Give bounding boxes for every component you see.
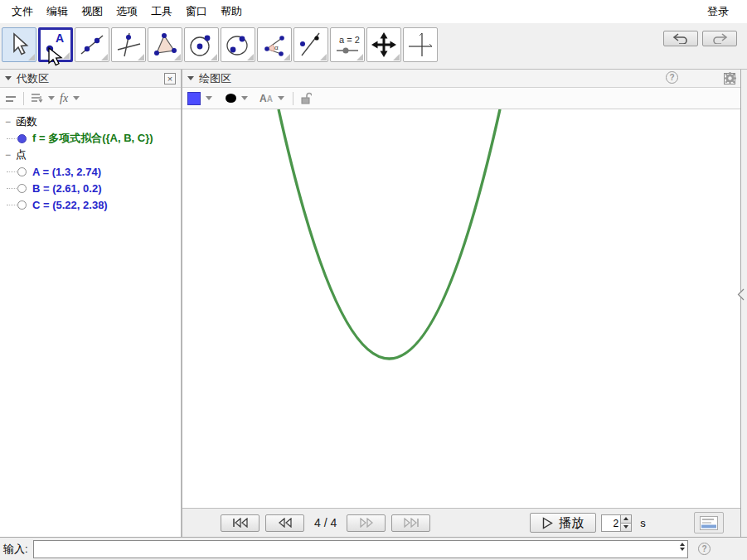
up-triangle-icon: [623, 517, 628, 520]
menu-edit[interactable]: 编辑: [40, 1, 75, 22]
tool-dropdown-arrow[interactable]: [174, 54, 181, 60]
fx-dropdown-arrow-icon[interactable]: [73, 96, 80, 100]
construction-step-label: 4 / 4: [314, 516, 337, 529]
tool-dropdown-arrow[interactable]: [357, 54, 363, 60]
construction-protocol-button[interactable]: [694, 512, 724, 533]
menu-view[interactable]: 视图: [75, 1, 109, 22]
menu-options[interactable]: 选项: [109, 1, 144, 22]
spinner-buttons: [620, 515, 631, 531]
panel-collapse-handle-icon[interactable]: [737, 288, 745, 301]
panel-menu-triangle-icon[interactable]: [187, 76, 194, 80]
algebra-item-f[interactable]: f = 多项式拟合({A, B, C}): [3, 130, 181, 147]
text-style-icon[interactable]: AA: [260, 93, 273, 104]
tree-connector: [7, 171, 17, 172]
nav-last-button[interactable]: [391, 514, 430, 532]
tool-dropdown-arrow[interactable]: [28, 54, 35, 60]
play-button[interactable]: 播放: [530, 513, 596, 533]
sort-dropdown-arrow-icon[interactable]: [48, 96, 55, 100]
redo-button[interactable]: [702, 31, 737, 46]
graphics-panel: 绘图区 × AA: [182, 70, 740, 537]
tree-connector: [7, 138, 17, 139]
auxiliary-objects-icon[interactable]: [5, 94, 17, 104]
settings-gear-icon[interactable]: [723, 71, 737, 85]
move-graphics-view-tool-button[interactable]: [366, 27, 401, 62]
text-style-dropdown-arrow-icon[interactable]: [278, 96, 284, 100]
visibility-marble-off[interactable]: [17, 184, 27, 193]
angle-tool-button[interactable]: α: [257, 27, 292, 62]
play-button-label: 播放: [559, 515, 584, 531]
algebra-panel-close-icon[interactable]: ×: [164, 73, 176, 84]
command-input[interactable]: [33, 540, 688, 558]
algebra-group-points[interactable]: − 点: [3, 147, 181, 163]
algebra-item-C[interactable]: C = (5.22, 2.38): [3, 196, 181, 213]
nav-previous-button[interactable]: [265, 514, 304, 532]
algebra-item-A[interactable]: A = (1.3, 2.74): [3, 163, 181, 180]
fx-filter-icon[interactable]: fx: [60, 92, 68, 105]
graphics-canvas[interactable]: [182, 109, 740, 508]
input-history-toggle[interactable]: [680, 543, 685, 551]
undo-redo-group: [663, 31, 737, 46]
point-tool-button[interactable]: A: [38, 27, 73, 62]
redo-icon: [711, 33, 729, 44]
speed-unit-label: s: [640, 517, 646, 529]
polygon-tool-button[interactable]: [148, 27, 182, 62]
move-tool-button[interactable]: [2, 27, 36, 62]
tool-dropdown-arrow[interactable]: [211, 54, 217, 60]
parabola-curve[interactable]: [182, 109, 739, 508]
color-dropdown-arrow-icon[interactable]: [206, 96, 212, 100]
tool-dropdown-arrow[interactable]: [138, 54, 144, 60]
input-help-button[interactable]: ?: [698, 543, 711, 555]
tool-dropdown-arrow[interactable]: [63, 52, 70, 59]
tool-dropdown-arrow[interactable]: [284, 54, 290, 60]
axes-tool-button[interactable]: [403, 27, 438, 62]
tool-dropdown-arrow[interactable]: [101, 54, 108, 60]
undo-icon: [672, 33, 690, 44]
nav-first-button[interactable]: [221, 514, 260, 532]
undo-button[interactable]: [663, 31, 698, 46]
help-icon[interactable]: ?: [666, 71, 678, 84]
tool-buttons: A: [0, 23, 747, 62]
algebra-item-B[interactable]: B = (2.61, 0.2): [3, 180, 181, 196]
menu-window[interactable]: 窗口: [179, 1, 214, 22]
circle-tool-button[interactable]: [184, 27, 219, 62]
sort-objects-icon[interactable]: [31, 93, 43, 104]
tool-dropdown-arrow[interactable]: [247, 54, 254, 60]
down-triangle-icon: [623, 525, 628, 529]
spinner-down-button[interactable]: [621, 523, 631, 531]
algebra-group-functions[interactable]: − 函数: [3, 113, 181, 130]
perpendicular-line-tool-button[interactable]: [111, 27, 146, 62]
reflect-tool-button[interactable]: [293, 27, 328, 62]
help-gear-group: ?: [666, 71, 737, 85]
visibility-marble-off[interactable]: [17, 200, 27, 210]
nav-next-button[interactable]: [347, 514, 386, 532]
menu-tools[interactable]: 工具: [144, 1, 179, 22]
tool-dropdown-arrow[interactable]: [393, 54, 400, 60]
lock-open-icon[interactable]: [300, 92, 312, 104]
spinner-up-button[interactable]: [621, 515, 631, 523]
tool-dropdown-arrow[interactable]: [320, 54, 327, 60]
point-style-icon[interactable]: [226, 94, 236, 103]
graphics-panel-header: 绘图区 ×: [182, 70, 740, 88]
menu-help[interactable]: 帮助: [214, 1, 249, 22]
algebra-stylebar: fx: [0, 88, 181, 109]
point-style-dropdown-arrow-icon[interactable]: [241, 96, 248, 100]
slider-tool-button[interactable]: a = 2: [330, 27, 365, 62]
speed-spinner: 2: [601, 514, 632, 532]
speed-value[interactable]: 2: [602, 515, 620, 531]
conic-tool-button[interactable]: [221, 27, 255, 62]
visibility-marble-on[interactable]: [17, 134, 27, 143]
collapse-icon[interactable]: −: [3, 149, 12, 161]
graphics-panel-title: 绘图区: [199, 71, 724, 86]
input-help-icon: ?: [698, 543, 711, 555]
algebra-panel: 代数区 × fx − 函数: [0, 70, 182, 537]
line-tool-button[interactable]: [75, 27, 109, 62]
menu-file[interactable]: 文件: [5, 1, 40, 22]
panel-menu-triangle-icon[interactable]: [5, 76, 12, 80]
input-bar: 输入: ?: [0, 537, 747, 560]
collapse-icon[interactable]: −: [3, 116, 12, 128]
right-edge-strip: [740, 70, 747, 537]
color-swatch[interactable]: [187, 92, 201, 105]
visibility-marble-off[interactable]: [17, 167, 27, 176]
login-button[interactable]: 登录: [699, 1, 737, 22]
previous-step-icon: [278, 518, 293, 528]
